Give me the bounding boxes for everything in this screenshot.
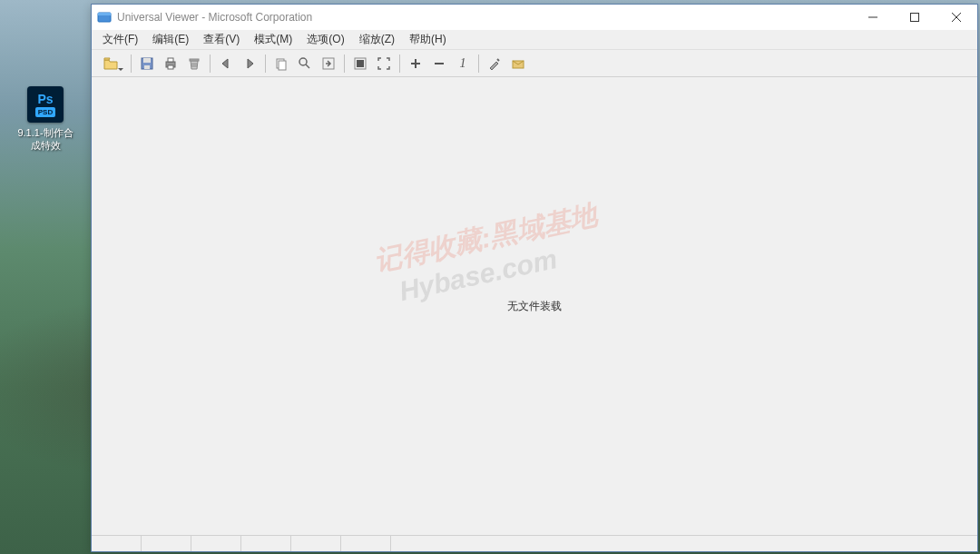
zoom-reset-button[interactable]: 1	[452, 53, 474, 74]
plugins-button[interactable]	[507, 53, 529, 74]
svg-point-18	[299, 58, 307, 65]
fullscreen-button[interactable]	[373, 53, 395, 74]
menu-help[interactable]: 帮助(H)	[402, 30, 454, 49]
separator	[210, 54, 211, 73]
status-segment	[241, 536, 291, 551]
separator	[399, 54, 400, 73]
svg-rect-22	[357, 60, 364, 67]
status-segment	[391, 536, 977, 551]
svg-rect-11	[168, 65, 173, 69]
tools-button[interactable]	[484, 53, 505, 74]
copy-button[interactable]	[270, 53, 292, 74]
delete-button[interactable]	[183, 53, 205, 74]
psd-icon: Ps PSD	[27, 86, 64, 123]
menu-view[interactable]: 查看(V)	[196, 30, 247, 49]
menu-mode[interactable]: 模式(M)	[247, 30, 299, 49]
separator	[265, 54, 266, 73]
desktop-icon-label: 9.1.1-制作合成特效	[16, 126, 74, 153]
zoom-out-button[interactable]	[428, 53, 450, 74]
svg-rect-12	[190, 59, 199, 61]
svg-rect-10	[168, 58, 173, 62]
svg-rect-1	[98, 13, 111, 15]
titlebar[interactable]: Universal Viewer - Microsoft Corporation	[92, 5, 977, 30]
status-segment	[191, 536, 241, 551]
statusbar	[92, 535, 977, 551]
goto-button[interactable]	[318, 53, 339, 74]
status-segment	[341, 536, 391, 551]
maximize-button[interactable]	[894, 5, 936, 30]
menu-edit[interactable]: 编辑(E)	[145, 30, 196, 49]
window-title: Universal Viewer - Microsoft Corporation	[117, 11, 852, 24]
svg-rect-7	[143, 58, 151, 63]
menubar: 文件(F) 编辑(E) 查看(V) 模式(M) 选项(O) 缩放(Z) 帮助(H…	[92, 30, 977, 50]
status-segment	[291, 536, 341, 551]
status-segment	[92, 536, 142, 551]
print-button[interactable]	[160, 53, 181, 74]
menu-zoom[interactable]: 缩放(Z)	[352, 30, 402, 49]
close-button[interactable]	[936, 5, 977, 30]
menu-file[interactable]: 文件(F)	[95, 30, 145, 49]
toolbar: 1	[92, 50, 977, 77]
minimize-button[interactable]	[852, 5, 894, 30]
search-button[interactable]	[294, 53, 316, 74]
save-button[interactable]	[136, 53, 158, 74]
app-icon	[97, 10, 112, 25]
status-segment	[142, 536, 191, 551]
chevron-down-icon	[118, 68, 123, 71]
svg-rect-3	[911, 14, 919, 22]
prev-button[interactable]	[215, 53, 237, 74]
svg-rect-8	[144, 65, 150, 69]
svg-rect-17	[279, 61, 286, 70]
separator	[478, 54, 479, 73]
svg-line-19	[306, 64, 309, 68]
menu-options[interactable]: 选项(O)	[299, 30, 351, 49]
empty-message: 无文件装载	[507, 299, 562, 314]
app-window: Universal Viewer - Microsoft Corporation…	[91, 4, 978, 552]
zoom-in-button[interactable]	[405, 53, 426, 74]
watermark: 记得收藏:黑域基地 Hybase.com	[371, 196, 607, 310]
separator	[344, 54, 345, 73]
desktop-file-icon[interactable]: Ps PSD 9.1.1-制作合成特效	[16, 86, 74, 153]
separator	[131, 54, 132, 73]
open-button[interactable]	[95, 53, 126, 74]
next-button[interactable]	[239, 53, 260, 74]
content-area: 记得收藏:黑域基地 Hybase.com 无文件装载	[92, 77, 977, 535]
fit-window-button[interactable]	[349, 53, 371, 74]
